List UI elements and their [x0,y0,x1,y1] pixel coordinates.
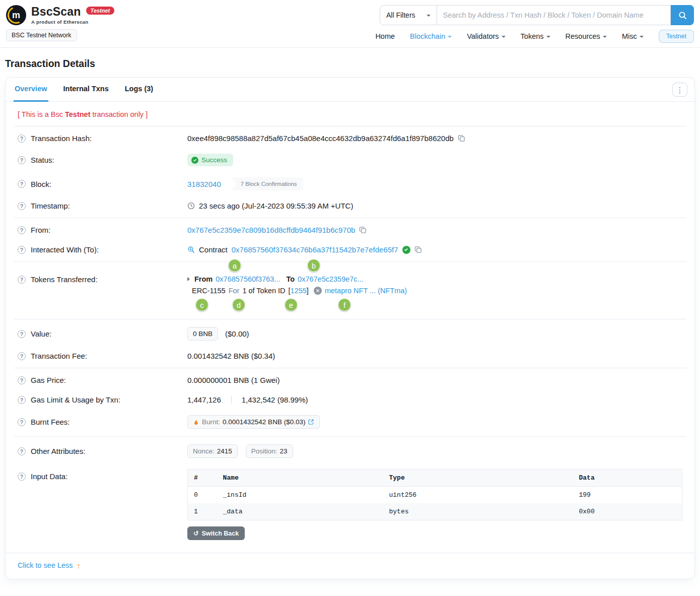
token-from-address-link[interactable]: 0x76857560f3763... [216,275,280,283]
switch-back-button[interactable]: ↺Switch Back [187,526,245,540]
tab-overview[interactable]: Overview [14,77,48,102]
divider [231,396,232,404]
main-nav: Home Blockchain Validators Tokens Resour… [375,30,694,47]
mark-d: d [232,298,245,311]
contract-prefix: Contract [199,245,228,254]
magnifier-plus-icon[interactable] [187,246,195,253]
copy-icon [414,246,422,253]
token-transfer-line-2: ERC-1155 For 1 of Token ID [1255] metapr… [192,287,682,295]
help-icon: ? [18,447,26,455]
page-title: Transaction Details [5,58,695,70]
tab-logs[interactable]: Logs (3) [124,77,154,102]
help-icon: ? [18,352,26,360]
nav-item-validators[interactable]: Validators [467,32,505,40]
tab-bar: Overview Internal Txns Logs (3) ⋮ [6,78,694,102]
brand-name[interactable]: BscScan [31,5,81,18]
more-options-button[interactable]: ⋮ [672,83,687,97]
nav-item-tokens[interactable]: Tokens [521,32,550,40]
burnt-value: 0.0001432542 BNB ($0.03) [223,418,305,426]
site-header: m BscScanTestnet A product of Etherscan … [0,0,700,48]
gas-usage-value: 1,432,542 (98.99%) [242,395,308,404]
detail-group-gas: ?Gas Price: 0.000000001 BNB (1 Gwei) ?Ga… [14,368,686,437]
to-label: To [286,275,295,283]
search-filter-select[interactable]: All Filters [380,5,437,25]
table-row: 0 _insId uint256 199 [188,487,682,504]
value-amount-badge: 0 BNB [187,327,218,341]
mark-a: a [228,259,241,272]
mark-e: e [285,298,298,311]
detail-group-addresses: ?From: 0x767e5c2359e7c809b16d8cffdb9464f… [14,218,686,262]
block-confirmations-badge: 7 Block Confirmations [232,177,303,190]
burnt-label: Burnt: [202,418,220,426]
row-label: Transaction Fee: [31,352,87,360]
input-data-table: # Name Type Data 0 _insId ui [187,469,682,520]
row-label: Input Data: [31,472,67,481]
external-link-icon[interactable] [308,419,314,425]
help-icon: ? [18,396,26,404]
token-standard: ERC-1155 [192,287,226,295]
testnet-network-button[interactable]: Testnet [659,30,694,43]
row-burnt-fees: ?Burnt Fees: Burnt: 0.0001432542 BNB ($0… [14,410,686,434]
nav-item-resources[interactable]: Resources [566,32,607,40]
chevron-down-icon [448,36,452,38]
search-input[interactable] [437,5,671,25]
detail-group-overview: ?Transaction Hash: 0xee4f898c98588a827d5… [14,126,686,218]
chevron-down-icon [640,36,644,38]
help-icon: ? [18,473,26,481]
copy-contract-address-button[interactable] [414,246,422,253]
copy-txhash-button[interactable] [458,135,465,142]
detail-group-tokens: ?Tokens Transferred: From 0x76857560f376… [14,262,686,319]
clock-icon [187,202,195,210]
mark-c: c [195,298,208,311]
token-id-link[interactable]: 1255 [291,287,307,295]
network-selector-button[interactable]: BSC Testnet Network [6,29,77,41]
transaction-fee-value: 0.001432542 BNB ($0.34) [187,352,275,360]
row-label: Interacted With (To): [31,245,99,254]
row-label: Transaction Hash: [31,134,92,143]
arrow-up-icon: ↑ [77,561,81,570]
burnt-fees-badge: Burnt: 0.0001432542 BNB ($0.03) [187,415,320,429]
table-row: 1 _data bytes 0x00 [188,503,682,520]
row-block: ?Block: 31832040 7 Block Confirmations [14,172,686,196]
detail-group-value: ?Value: 0 BNB ($0.00) ?Transaction Fee: … [14,319,686,368]
table-header-row: # Name Type Data [188,470,682,487]
help-icon: ? [18,418,26,426]
gas-price-value: 0.000000001 BNB (1 Gwei) [187,376,279,384]
help-icon: ? [18,180,26,188]
chevron-down-icon [502,36,506,38]
row-label: Other Attributes: [31,447,85,455]
row-label: Burnt Fees: [31,418,70,426]
from-address-link[interactable]: 0x767e5c2359e7c809b16d8cffdb9464f91b6c97… [187,226,355,234]
detail-group-other: ?Other Attributes: Nonce:2415 Position:2… [14,437,686,553]
nav-item-blockchain[interactable]: Blockchain [410,32,452,40]
search-button[interactable] [671,5,694,25]
help-icon: ? [18,330,26,338]
token-to-address-link[interactable]: 0x767e5c2359e7c... [298,275,364,283]
mark-b: b [307,259,320,272]
copy-from-address-button[interactable] [359,226,367,234]
logo-glyph: m [6,5,26,25]
check-icon [191,157,198,164]
see-less-link[interactable]: Click to see Less ↑ [18,561,81,570]
tab-internal-txns[interactable]: Internal Txns [62,77,110,102]
nav-item-misc[interactable]: Misc [622,32,644,40]
block-number-link[interactable]: 31832040 [187,180,221,188]
token-id-group: [1255] [289,287,309,295]
token-amount: 1 of Token ID [242,287,285,295]
search-filter-label: All Filters [386,11,415,19]
row-input-data: ?Input Data: # Name Type Data [14,463,686,546]
row-gas-limit-usage: ?Gas Limit & Usage by Txn: 1,447,126 1,4… [14,390,686,410]
brand-block: m BscScanTestnet A product of Etherscan … [6,5,114,41]
contract-address-link[interactable]: 0x76857560f37634c76b6a37f11542b7e7efde65… [232,245,398,254]
for-label: For [229,287,240,295]
token-name-link[interactable]: metapro NFT ... (NFTma) [325,287,407,295]
bscscan-logo[interactable]: m [6,5,26,25]
row-gas-price: ?Gas Price: 0.000000001 BNB (1 Gwei) [14,370,686,390]
transaction-card: Overview Internal Txns Logs (3) ⋮ [ This… [5,77,695,579]
nav-item-home[interactable]: Home [375,32,395,40]
token-logo-icon [314,287,322,295]
caret-right-icon[interactable] [187,277,190,281]
status-badge: Success [187,154,233,166]
row-label: Gas Limit & Usage by Txn: [31,395,120,404]
status-text: Success [201,156,227,164]
